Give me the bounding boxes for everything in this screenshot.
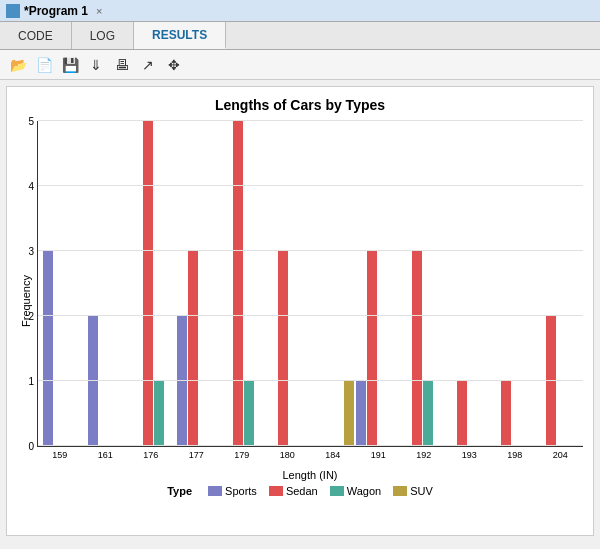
- title-bar-text: *Program 1: [24, 4, 88, 18]
- grid-line: [38, 380, 583, 381]
- x-tick-label: 161: [83, 447, 129, 467]
- grid-line: [38, 120, 583, 121]
- chart-title: Lengths of Cars by Types: [17, 97, 583, 113]
- bar-sedan: [457, 381, 467, 446]
- tab-code[interactable]: CODE: [0, 22, 72, 49]
- x-tick-label: 192: [401, 447, 447, 467]
- save-copy-button[interactable]: 📄: [32, 54, 56, 76]
- bar-sedan: [412, 251, 422, 446]
- bar-sedan: [367, 251, 377, 446]
- legend-type-label: Type: [167, 485, 192, 497]
- bar-sedan: [233, 121, 243, 446]
- title-bar-close[interactable]: ×: [96, 5, 102, 17]
- grid-line: [38, 445, 583, 446]
- legend-color-box: [330, 486, 344, 496]
- bar-sports: [177, 316, 187, 446]
- bar-group: [534, 121, 579, 446]
- y-tick-label: 4: [14, 181, 34, 192]
- bar-wagon: [423, 381, 433, 446]
- bar-sedan: [501, 381, 511, 446]
- grid-line: [38, 250, 583, 251]
- bar-group: [132, 121, 177, 446]
- save-button[interactable]: 💾: [58, 54, 82, 76]
- legend-item-suv: SUV: [393, 485, 433, 497]
- x-tick-label: 176: [128, 447, 174, 467]
- bar-group: [42, 121, 87, 446]
- bar-group: [445, 121, 490, 446]
- y-tick-label: 2: [14, 311, 34, 322]
- bar-group: [221, 121, 266, 446]
- legend-label: Sports: [225, 485, 257, 497]
- legend-label: Sedan: [286, 485, 318, 497]
- x-tick-label: 184: [310, 447, 356, 467]
- bar-group: [355, 121, 400, 446]
- bar-sedan: [278, 251, 288, 446]
- x-tick-label: 193: [447, 447, 493, 467]
- bar-group: [400, 121, 445, 446]
- x-tick-label: 198: [492, 447, 538, 467]
- legend-item-sports: Sports: [208, 485, 257, 497]
- chart-inner: 012345 159161176177179180184191192193198…: [37, 121, 583, 481]
- grid-line: [38, 185, 583, 186]
- chart-area: Lengths of Cars by Types Frequency 01234…: [6, 86, 594, 536]
- legend-color-box: [393, 486, 407, 496]
- legend-color-box: [269, 486, 283, 496]
- print-button[interactable]: 🖶: [110, 54, 134, 76]
- legend-label: Wagon: [347, 485, 381, 497]
- expand-button[interactable]: ↗: [136, 54, 160, 76]
- y-tick-label: 1: [14, 376, 34, 387]
- bar-suv: [344, 381, 354, 446]
- chart-container: Frequency 012345 15916117617717918018419…: [17, 121, 583, 481]
- x-tick-label: 159: [37, 447, 83, 467]
- bar-sedan: [546, 316, 556, 446]
- legend: Type SportsSedanWagonSUV: [17, 485, 583, 497]
- download-button[interactable]: ⇓: [84, 54, 108, 76]
- tab-bar: CODE LOG RESULTS: [0, 22, 600, 50]
- grid-line: [38, 315, 583, 316]
- x-axis: 159161176177179180184191192193198204: [37, 447, 583, 467]
- bar-sedan: [188, 251, 198, 446]
- x-axis-title: Length (IN): [37, 469, 583, 481]
- bar-wagon: [154, 381, 164, 446]
- title-bar: *Program 1 ×: [0, 0, 600, 22]
- y-tick-label: 5: [14, 116, 34, 127]
- program-icon: [6, 4, 20, 18]
- open-button[interactable]: 📂: [6, 54, 30, 76]
- x-tick-label: 180: [265, 447, 311, 467]
- bar-group: [266, 121, 311, 446]
- tab-log[interactable]: LOG: [72, 22, 134, 49]
- bar-sports: [43, 251, 53, 446]
- y-axis-label: Frequency: [17, 121, 35, 481]
- tab-results[interactable]: RESULTS: [134, 22, 226, 49]
- fullscreen-button[interactable]: ✥: [162, 54, 186, 76]
- plot-area: 012345: [37, 121, 583, 447]
- bar-sports: [356, 381, 366, 446]
- legend-item-wagon: Wagon: [330, 485, 381, 497]
- toolbar: 📂 📄 💾 ⇓ 🖶 ↗ ✥: [0, 50, 600, 80]
- legend-color-box: [208, 486, 222, 496]
- bar-sports: [88, 316, 98, 446]
- bar-wagon: [244, 381, 254, 446]
- y-tick-label: 0: [14, 441, 34, 452]
- bar-group: [87, 121, 132, 446]
- x-tick-label: 177: [174, 447, 220, 467]
- bar-group: [490, 121, 535, 446]
- bar-group: [311, 121, 356, 446]
- bar-group: [176, 121, 221, 446]
- legend-item-sedan: Sedan: [269, 485, 318, 497]
- x-tick-label: 204: [538, 447, 584, 467]
- legend-label: SUV: [410, 485, 433, 497]
- x-tick-label: 179: [219, 447, 265, 467]
- bar-sedan: [143, 121, 153, 446]
- x-tick-label: 191: [356, 447, 402, 467]
- y-tick-label: 3: [14, 246, 34, 257]
